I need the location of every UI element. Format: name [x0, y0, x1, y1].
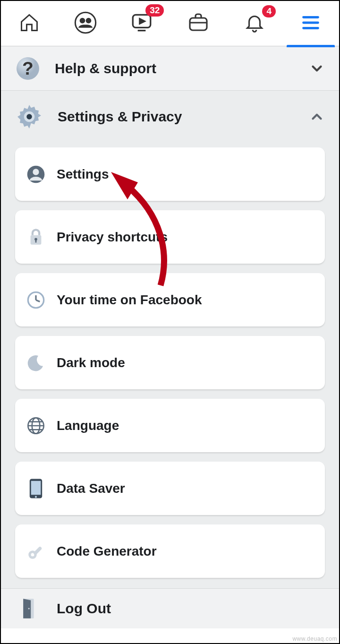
top-nav: 32 4 [1, 1, 339, 46]
settings-items: Settings Privacy shortcuts Your time on … [1, 143, 339, 588]
svg-rect-5 [190, 18, 207, 30]
video-icon: 32 [130, 11, 153, 36]
svg-point-16 [33, 169, 39, 175]
people-icon [73, 10, 98, 37]
menu-icon [300, 12, 322, 35]
person-icon [26, 164, 46, 185]
logout-label: Log Out [57, 601, 111, 617]
nav-menu[interactable] [283, 1, 339, 46]
item-your-time[interactable]: Your time on Facebook [15, 273, 325, 326]
moon-icon [26, 352, 46, 373]
clock-icon [26, 290, 46, 310]
question-icon: ? [15, 56, 41, 81]
item-dark-mode[interactable]: Dark mode [15, 336, 325, 389]
item-code-generator[interactable]: Code Generator [15, 524, 325, 578]
nav-home[interactable] [1, 1, 57, 46]
briefcase-icon [187, 11, 210, 36]
svg-point-35 [28, 608, 30, 609]
item-label: Language [57, 418, 119, 433]
svg-text:?: ? [22, 58, 34, 78]
svg-rect-29 [31, 481, 41, 494]
item-label: Your time on Facebook [57, 292, 202, 308]
item-privacy-shortcuts[interactable]: Privacy shortcuts [15, 210, 325, 264]
item-settings[interactable]: Settings [15, 147, 325, 201]
svg-rect-19 [35, 240, 37, 242]
home-icon [19, 12, 40, 35]
item-data-saver[interactable]: Data Saver [15, 462, 325, 515]
section-settings-privacy[interactable]: Settings & Privacy [1, 91, 339, 143]
videos-badge: 32 [145, 4, 164, 17]
item-language[interactable]: Language [15, 399, 325, 452]
svg-point-0 [75, 12, 95, 33]
item-label: Code Generator [57, 544, 157, 559]
nav-notifications[interactable]: 4 [227, 1, 282, 46]
notifications-badge: 4 [262, 5, 276, 18]
svg-rect-33 [33, 546, 42, 555]
bell-icon: 4 [244, 12, 265, 35]
svg-line-22 [36, 300, 40, 301]
svg-point-30 [35, 496, 37, 498]
globe-icon [26, 415, 46, 436]
phone-icon [26, 478, 46, 499]
item-label: Dark mode [57, 355, 125, 370]
section-title: Settings & Privacy [58, 109, 309, 125]
nav-jobs[interactable] [170, 1, 226, 46]
svg-point-2 [86, 18, 91, 23]
gear-icon [15, 103, 43, 131]
door-icon [19, 598, 40, 619]
chevron-down-icon [309, 60, 325, 77]
watermark: www.deuaq.com [292, 635, 337, 642]
item-label: Settings [57, 167, 109, 182]
chevron-up-icon [309, 109, 325, 125]
item-label: Data Saver [57, 481, 125, 496]
section-title: Help & support [55, 60, 309, 77]
nav-groups[interactable] [58, 1, 113, 46]
item-label: Privacy shortcuts [57, 230, 168, 245]
lock-icon [26, 227, 46, 248]
svg-point-1 [80, 18, 85, 23]
section-help-support[interactable]: ? Help & support [1, 46, 339, 91]
logout-row[interactable]: Log Out [1, 588, 339, 628]
svg-point-14 [26, 114, 32, 120]
key-icon [26, 541, 46, 562]
active-indicator [287, 45, 335, 47]
nav-videos[interactable]: 32 [114, 1, 170, 46]
